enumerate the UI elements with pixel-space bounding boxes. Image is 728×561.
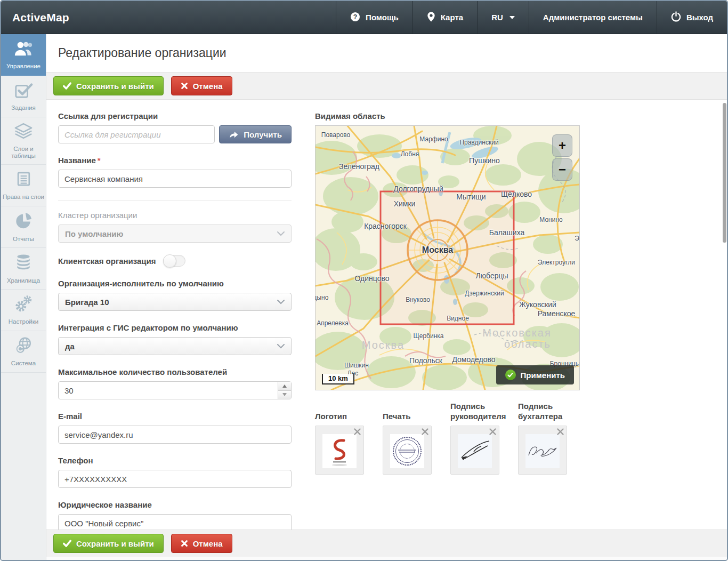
check-icon <box>63 82 71 90</box>
default-executor-value: Бригада 10 <box>65 298 109 307</box>
visible-area-label: Видимая область <box>315 111 580 121</box>
gis-integration-label: Интеграция с ГИС редактором по умолчанию <box>58 323 292 332</box>
map-tiles <box>316 126 579 390</box>
cancel-label: Отмена <box>193 82 223 91</box>
name-label: Название* <box>58 156 292 165</box>
section-divider <box>58 200 292 201</box>
default-executor-select[interactable]: Бригада 10 <box>58 293 292 311</box>
close-icon <box>556 428 564 436</box>
cluster-select: По умолчанию <box>58 225 292 243</box>
map-menu-item[interactable]: Карта <box>412 1 477 34</box>
attachment-label: Логотип <box>315 411 377 421</box>
power-icon <box>671 11 681 23</box>
sidebar-item-label: Система <box>11 360 36 367</box>
sidebar-item-management[interactable]: Управление <box>1 34 46 76</box>
sidebar-item-label: Управление <box>6 63 41 70</box>
caret-down-icon <box>509 16 515 19</box>
sidebar-item-storage[interactable]: Хранилища <box>1 248 46 290</box>
spinner-up-button[interactable] <box>278 382 291 390</box>
remove-attachment-button[interactable] <box>421 428 429 436</box>
selection-rectangle <box>381 191 514 324</box>
sidebar-item-settings[interactable]: Настройки <box>1 290 46 331</box>
zoom-out-button[interactable]: − <box>552 158 572 181</box>
registration-link-input[interactable] <box>58 125 215 143</box>
current-user-item[interactable]: Администратор системы <box>529 1 657 34</box>
arrow-down-icon <box>282 393 287 396</box>
layer-rights-icon <box>14 170 33 190</box>
language-dropdown[interactable]: RU <box>477 1 529 34</box>
save-exit-button[interactable]: Сохранить и выйти <box>53 76 164 95</box>
required-asterisk: * <box>98 156 101 165</box>
chevron-down-icon <box>277 344 285 349</box>
stamp-image <box>390 434 424 468</box>
sidebar-item-label: Задания <box>11 105 35 111</box>
client-org-toggle[interactable] <box>163 255 185 267</box>
page-header: Редактирование организации <box>46 34 727 73</box>
max-users-input[interactable] <box>58 381 292 399</box>
attachment-card[interactable] <box>383 426 432 475</box>
map-pin-icon <box>427 11 435 24</box>
cancel-button[interactable]: Отмена <box>171 76 232 95</box>
map-label: Карта <box>441 13 463 22</box>
remove-attachment-button[interactable] <box>353 428 361 436</box>
name-input[interactable] <box>58 170 292 188</box>
legal-name-input[interactable] <box>58 514 292 530</box>
logo-image <box>322 434 357 468</box>
attachment-label: Печать <box>383 411 444 421</box>
toggle-knob <box>163 254 176 268</box>
users-icon <box>13 40 34 59</box>
navbar-spacer <box>69 1 336 34</box>
remove-attachment-button[interactable] <box>489 428 497 436</box>
cancel-button-bottom[interactable]: Отмена <box>171 534 232 553</box>
gis-integration-value: да <box>65 342 75 351</box>
sidebar-item-reports[interactable]: Отчеты <box>1 206 46 248</box>
help-menu-item[interactable]: ? Помощь <box>336 1 412 34</box>
attachment-accountant-signature: Подпись бухгалтера <box>518 401 580 475</box>
check-circle-icon <box>505 370 516 380</box>
sidebar-item-label: Слои и таблицы <box>2 146 45 159</box>
chevron-down-icon <box>277 231 285 236</box>
sidebar: Управление Задания Слои и таблицы Права … <box>1 34 46 560</box>
vertical-scrollbar[interactable] <box>723 103 726 243</box>
settings-gears-icon <box>14 295 33 315</box>
help-icon: ? <box>350 12 360 23</box>
attachment-director-signature: Подпись руководителя <box>450 401 512 475</box>
apply-label: Применить <box>521 371 565 380</box>
sidebar-item-layers[interactable]: Слои и таблицы <box>1 117 46 165</box>
logout-button[interactable]: Выход <box>657 1 727 34</box>
attachment-card[interactable] <box>315 426 364 475</box>
visible-area-section: Видимая область <box>315 111 580 530</box>
attachments-row: Логотип <box>315 401 580 475</box>
organization-form: Ссылка для регистрации Получить Название… <box>58 111 292 530</box>
sidebar-item-system[interactable]: Система <box>1 331 46 373</box>
remove-attachment-button[interactable] <box>556 428 564 436</box>
zoom-in-button[interactable]: + <box>552 134 572 157</box>
chevron-down-icon <box>277 300 285 304</box>
app-logo: ActiveMap <box>1 1 69 34</box>
attachment-card[interactable] <box>518 426 567 475</box>
cluster-value: По умолчанию <box>65 229 123 238</box>
arrow-up-icon <box>282 384 287 388</box>
spinner-down-button[interactable] <box>278 390 291 399</box>
tasks-icon <box>14 82 33 101</box>
help-label: Помощь <box>366 13 399 22</box>
current-user-label: Администратор системы <box>543 13 643 22</box>
save-exit-label: Сохранить и выйти <box>76 539 154 548</box>
get-link-button[interactable]: Получить <box>219 125 292 143</box>
visible-area-map[interactable]: ПоваровоМарфиноПравдинскийЛобняПушкиноЗе… <box>315 125 580 390</box>
apply-area-button[interactable]: Применить <box>496 365 574 384</box>
toolbar-bottom: Сохранить и выйти Отмена <box>46 530 727 557</box>
accountant-signature-image <box>525 434 560 468</box>
get-link-label: Получить <box>244 130 282 139</box>
sidebar-item-layer-rights[interactable]: Права на слои <box>1 165 46 206</box>
attachment-card[interactable] <box>450 426 499 475</box>
save-exit-button-bottom[interactable]: Сохранить и выйти <box>53 534 164 553</box>
number-spinner <box>278 382 291 399</box>
email-input[interactable] <box>58 426 292 444</box>
sidebar-item-label: Отчеты <box>13 236 34 243</box>
storage-icon <box>14 253 33 274</box>
logout-label: Выход <box>686 13 713 22</box>
phone-input[interactable] <box>58 470 292 488</box>
gis-integration-select[interactable]: да <box>58 337 292 355</box>
sidebar-item-tasks[interactable]: Задания <box>1 76 46 117</box>
